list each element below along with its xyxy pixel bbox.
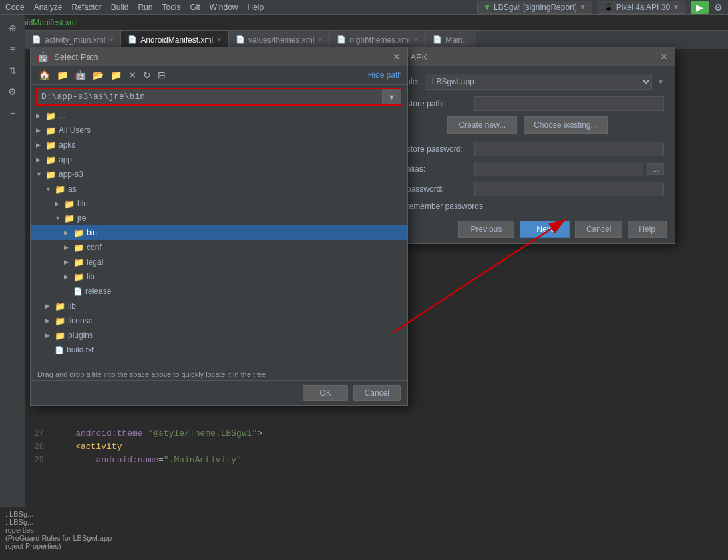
device-arrow: ▼: [673, 3, 679, 11]
tree-label-plugins: plugins: [68, 331, 93, 340]
select-path-title-bar: 🤖 Select Path ✕: [31, 47, 407, 66]
toolbar-refresh-btn[interactable]: ↻: [140, 69, 154, 82]
tree-label-jre: jre: [77, 213, 86, 223]
select-path-toolbar: 🏠 📁 🤖 📂 📁 ✕ ↻ ⊟ Hide path: [31, 66, 407, 85]
tree-item-jre[interactable]: ▼ 📁 jre: [31, 211, 407, 225]
tab-night-themes-close[interactable]: ✕: [413, 36, 419, 43]
tree-item-lib2[interactable]: ▶ 📁 lib: [31, 299, 407, 313]
menu-tools[interactable]: Tools: [162, 3, 180, 12]
run-config-selector[interactable]: ▼ LBSgwl [signingReport] ▼: [477, 1, 592, 14]
sign-cancel-btn[interactable]: Cancel: [575, 221, 622, 238]
tree-label-license: license: [68, 316, 92, 325]
run-button[interactable]: ▶: [691, 1, 709, 14]
toolbar-collapse-btn[interactable]: ⊟: [155, 69, 168, 82]
path-dropdown-btn[interactable]: ▼: [382, 89, 401, 104]
tree-label-bin-selected: bin: [87, 228, 97, 237]
bottom-item-1: : LBSg...: [5, 510, 723, 518]
toolbar-folder-btn[interactable]: 📁: [54, 69, 71, 82]
remember-passwords-label: Remember passwords: [403, 202, 483, 211]
menu-refactor[interactable]: Refactor: [71, 3, 101, 12]
toolbar-open-folder-btn[interactable]: 📁: [108, 69, 124, 82]
menu-window[interactable]: Window: [210, 3, 238, 12]
file-tree[interactable]: ▶ 📁 ... ▶ 📁 All Users ▶ 📁 apks ▶ 📁 app ▼…: [31, 108, 407, 368]
tree-item-bin-as[interactable]: ▶ 📁 bin: [31, 196, 407, 211]
path-input[interactable]: [37, 89, 382, 104]
keystore-path-input[interactable]: [474, 96, 664, 111]
tree-item-license[interactable]: ▶ 📁 license: [31, 313, 407, 328]
sign-apk-dialog: dle or APK ✕ Module: LBSgwl.app ▼ Key st…: [379, 47, 675, 244]
tab-activity-main-close[interactable]: ✕: [108, 36, 114, 43]
night-themes-icon: 📄: [337, 35, 346, 44]
tree-item-plugins[interactable]: ▶ 📁 plugins: [31, 328, 407, 343]
left-sidebar: ⊕ ≡ ⇅ ⚙ −: [0, 15, 25, 507]
tab-values-themes-close[interactable]: ✕: [317, 36, 323, 43]
tree-item-legal[interactable]: ▶ 📁 legal: [31, 255, 407, 269]
menu-run[interactable]: Run: [138, 3, 152, 12]
key-password-input[interactable]: [474, 182, 664, 196]
select-path-status: Drag and drop a file into the space abov…: [31, 368, 407, 380]
sign-apk-close-icon[interactable]: ✕: [660, 51, 668, 62]
menu-help[interactable]: Help: [248, 3, 264, 12]
tree-label-bin-as: bin: [77, 199, 88, 208]
toolbar-home-btn[interactable]: 🏠: [36, 69, 53, 82]
tab-manifest-close[interactable]: ✕: [216, 36, 222, 43]
sidebar-minus-icon[interactable]: −: [7, 105, 17, 121]
select-path-cancel-btn[interactable]: Cancel: [353, 385, 401, 401]
tree-label-buildtxt: build.txt: [67, 345, 94, 354]
tree-item-app[interactable]: ▶ 📁 app: [31, 152, 407, 167]
tree-item-apks[interactable]: ▶ 📁 apks: [31, 138, 407, 152]
toolbar-new-folder-btn[interactable]: 📂: [90, 69, 106, 82]
tree-item-apps3[interactable]: ▼ 📁 app-s3: [31, 167, 407, 182]
select-path-ok-btn[interactable]: OK: [303, 385, 347, 401]
bottom-panel: : LBSg... : LBSg... roperties (ProGuard …: [0, 507, 728, 560]
tree-item-conf[interactable]: ▶ 📁 conf: [31, 240, 407, 255]
tree-label-lib: lib: [87, 272, 94, 281]
tree-label-lib2: lib: [68, 301, 76, 311]
expand-arrow: ▶: [36, 112, 45, 119]
key-alias-input[interactable]: [474, 162, 643, 176]
sidebar-add-icon[interactable]: ⊕: [6, 20, 19, 36]
tree-item-lib[interactable]: ▶ 📁 lib: [31, 269, 407, 284]
bottom-item-4: (ProGuard Rules for LBSgwl.app: [5, 534, 723, 542]
tree-label-as: as: [68, 184, 77, 194]
module-dropdown-arrow: ▼: [657, 78, 664, 86]
tab-activity-main[interactable]: 📄 activity_main.xml ✕: [25, 31, 121, 49]
menu-git[interactable]: Git: [190, 3, 200, 12]
debug-button[interactable]: ⚙: [714, 2, 723, 13]
sign-module-section: Module: LBSgwl.app ▼ Key store path: Cre…: [380, 66, 675, 211]
tree-item-allusers[interactable]: ▶ 📁 All Users: [31, 123, 407, 138]
next-btn[interactable]: Next: [520, 221, 570, 238]
tab-main[interactable]: 📄 Main...: [426, 31, 476, 49]
bottom-item-3: roperties: [5, 526, 723, 534]
tab-values-themes[interactable]: 📄 values\themes.xml ✕: [229, 31, 330, 49]
select-path-title: Select Path: [54, 52, 98, 62]
menu-build[interactable]: Build: [111, 3, 129, 12]
menu-analyze[interactable]: Analyze: [34, 3, 63, 12]
tree-item-as[interactable]: ▼ 📁 as: [31, 182, 407, 196]
tree-label-apps3: app-s3: [59, 170, 83, 179]
tree-item-label: ...: [59, 111, 65, 120]
choose-existing-btn[interactable]: Choose existing...: [524, 116, 607, 134]
tree-item-bin-selected[interactable]: ▶ 📁 bin: [31, 225, 407, 240]
help-btn[interactable]: Help: [628, 221, 667, 238]
tree-item-buildtxt[interactable]: 📄 build.txt: [31, 343, 407, 357]
create-new-btn[interactable]: Create new...: [447, 116, 517, 134]
select-path-close-icon[interactable]: ✕: [393, 51, 401, 62]
previous-btn[interactable]: Previous: [458, 221, 515, 238]
sidebar-list-icon[interactable]: ≡: [7, 41, 17, 57]
key-alias-browse-btn[interactable]: …: [647, 163, 664, 175]
toolbar-android-btn[interactable]: 🤖: [72, 69, 89, 82]
sidebar-sort-icon[interactable]: ⇅: [6, 63, 19, 78]
folder-icon: 📁: [45, 111, 56, 121]
ks-password-input[interactable]: [474, 142, 664, 156]
menu-code[interactable]: Code: [5, 3, 25, 12]
device-selector[interactable]: 📱 Pixel 4a API 30 ▼: [598, 1, 685, 14]
hide-path-link[interactable]: Hide path: [368, 70, 402, 80]
tree-item-release[interactable]: 📄 release: [31, 284, 407, 299]
module-select[interactable]: LBSgwl.app: [425, 74, 652, 90]
tab-android-manifest[interactable]: 📄 AndroidManifest.xml ✕: [121, 31, 229, 49]
sidebar-settings-icon[interactable]: ⚙: [5, 84, 19, 100]
toolbar-delete-btn[interactable]: ✕: [126, 69, 139, 82]
tab-night-themes[interactable]: 📄 night\themes.xml ✕: [330, 31, 426, 49]
tree-item-dotdot[interactable]: ▶ 📁 ...: [31, 108, 407, 123]
